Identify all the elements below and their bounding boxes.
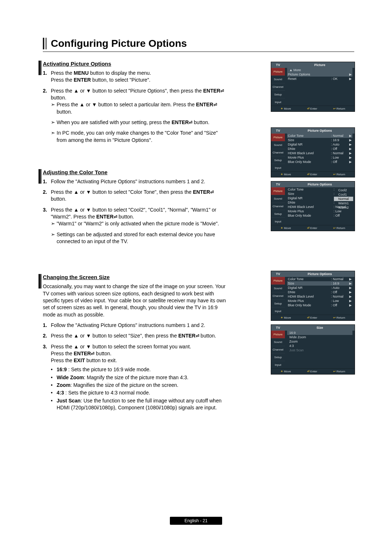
options-list: 16:9 : Sets the picture to 16:9 wide mod… (51, 366, 228, 411)
osd-mock-picture: TVPicture Picture Sound Channel Setup In… (271, 62, 354, 112)
section-mark-icon (38, 274, 42, 289)
title-mark-icon (43, 38, 49, 49)
page-footer: English - 21 (0, 517, 392, 525)
step-2: Press the ▲ or ▼ button to select "Size"… (43, 332, 228, 339)
osd-mock-picture-options-size: TVPicture Options Picture Sound Channel … (271, 271, 355, 321)
note: When you are satisfied with your setting… (51, 119, 228, 126)
osd-mock-colortone-group: TVPicture Options Picture Sound Channel … (271, 127, 354, 231)
intro-text: Occasionally, you may want to change the… (43, 283, 228, 318)
divider (43, 52, 354, 52)
section-mark-icon (38, 61, 42, 75)
note: "Warm1" or "Warm2" is only activated whe… (51, 220, 228, 227)
page-number-pill: English - 21 (170, 517, 222, 525)
osd-mock-colortone-popup: TVPicture Options Picture Sound Channel … (271, 181, 355, 231)
note: Settings can be adjusted and stored for … (51, 231, 228, 245)
section-mark-icon (38, 169, 42, 184)
osd-sidebar: Picture Sound Channel Setup Input (271, 68, 285, 106)
step-1: Follow the "Activating Picture Options" … (43, 178, 228, 185)
step-1: Press the MENU button to display the men… (43, 70, 228, 84)
note: In PC mode, you can only make changes to… (51, 130, 228, 144)
step-3: Press the ▲ or ▼ button to select "Cool2… (43, 206, 228, 245)
note: Press the ▲ or ▼ button to select a part… (51, 101, 228, 115)
osd-mock-size-group: TVPicture Options Picture Sound Channel … (271, 271, 354, 375)
step-3: Press the ▲ or ▼ button to select the sc… (43, 343, 228, 412)
colortone-popup: Cool2 Cool1 Normal Warm1 Warm2 (334, 188, 353, 210)
osd-mock-picture-options: TVPicture Options Picture Sound Channel … (271, 127, 355, 177)
title-row: Configuring Picture Options (43, 38, 354, 49)
page-title: Configuring Picture Options (51, 38, 187, 49)
step-2: Press the ▲ or ▼ button to select "Color… (43, 189, 228, 203)
step-2: Press the ▲ or ▼ button to select "Pictu… (43, 87, 228, 144)
osd-mock-size-menu: TVSize Picture Sound Channel Setup Input… (271, 324, 355, 375)
manual-page: Configuring Picture Options Activating P… (0, 0, 392, 540)
step-1: Follow the "Activating Picture Options" … (43, 322, 228, 329)
